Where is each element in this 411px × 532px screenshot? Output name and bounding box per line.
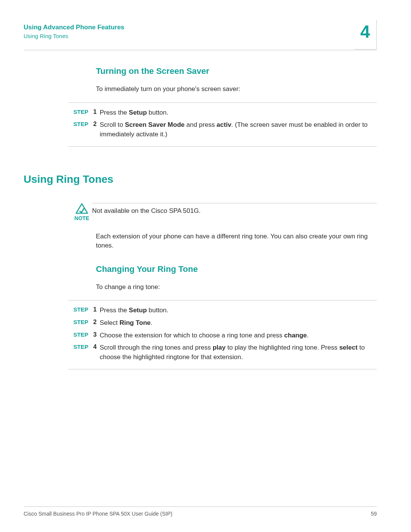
step-number: 2 bbox=[90, 318, 97, 326]
page-number: 59 bbox=[371, 511, 377, 517]
page-footer: Cisco Small Business Pro IP Phone SPA 50… bbox=[24, 506, 377, 517]
page-header: Using Advanced Phone Features Using Ring… bbox=[24, 24, 377, 39]
step-row: STEP 2 Select Ring Tone. bbox=[96, 318, 377, 328]
step-text: Press the Setup button. bbox=[100, 108, 377, 118]
section-ring-tones-body: NOTE Not available on the Cisco SPA 501G… bbox=[24, 203, 377, 369]
note-divider bbox=[92, 203, 377, 203]
step-number: 3 bbox=[90, 331, 97, 338]
step-row: STEP 3 Choose the extension for which to… bbox=[96, 331, 377, 340]
step-text: Scroll to Screen Saver Mode and press ac… bbox=[100, 120, 377, 139]
section-ring-tones: Using Ring Tones bbox=[24, 173, 377, 185]
section-heading: Changing Your Ring Tone bbox=[96, 264, 377, 274]
chapter-number-box: 4 bbox=[354, 20, 377, 50]
step-list: STEP 1 Press the Setup button. STEP 2 Sc… bbox=[96, 102, 377, 147]
step-label: STEP bbox=[68, 306, 90, 313]
footer-row: Cisco Small Business Pro IP Phone SPA 50… bbox=[24, 511, 377, 517]
section-screen-saver: Turning on the Screen Saver To immediate… bbox=[24, 66, 377, 147]
step-divider bbox=[68, 300, 377, 300]
step-number: 1 bbox=[90, 306, 97, 313]
header-divider bbox=[24, 50, 377, 50]
section-intro: To immediately turn on your phone's scre… bbox=[96, 85, 377, 94]
step-number: 2 bbox=[90, 120, 97, 128]
header-title: Using Advanced Phone Features bbox=[24, 24, 377, 31]
note-left: NOTE bbox=[72, 203, 92, 221]
note-text: Not available on the Cisco SPA 501G. bbox=[92, 206, 377, 216]
note-block: NOTE Not available on the Cisco SPA 501G… bbox=[96, 203, 377, 221]
section-heading: Turning on the Screen Saver bbox=[96, 66, 377, 76]
step-row: STEP 2 Scroll to Screen Saver Mode and p… bbox=[96, 120, 377, 139]
note-right: Not available on the Cisco SPA 501G. bbox=[92, 203, 377, 216]
step-label: STEP bbox=[68, 343, 90, 350]
section-body-text: Each extension of your phone can have a … bbox=[96, 232, 377, 251]
note-label: NOTE bbox=[72, 215, 92, 221]
chapter-number: 4 bbox=[354, 20, 376, 43]
section-intro: To change a ring tone: bbox=[96, 283, 377, 292]
step-text: Select Ring Tone. bbox=[100, 318, 377, 328]
step-row: STEP 4 Scroll through the ring tones and… bbox=[96, 343, 377, 362]
document-page: Using Advanced Phone Features Using Ring… bbox=[0, 0, 411, 532]
header-subtitle: Using Ring Tones bbox=[24, 33, 377, 39]
step-list: STEP 1 Press the Setup button. STEP 2 Se… bbox=[96, 300, 377, 369]
step-label: STEP bbox=[68, 331, 90, 338]
step-text: Press the Setup button. bbox=[100, 306, 377, 315]
step-row: STEP 1 Press the Setup button. bbox=[96, 306, 377, 315]
step-number: 4 bbox=[90, 343, 97, 350]
step-text: Scroll through the ring tones and press … bbox=[100, 343, 377, 362]
section-heading-major: Using Ring Tones bbox=[24, 173, 377, 185]
step-number: 1 bbox=[90, 108, 97, 115]
step-divider bbox=[68, 102, 377, 103]
step-divider bbox=[68, 146, 377, 147]
step-divider bbox=[68, 369, 377, 369]
step-label: STEP bbox=[68, 108, 90, 115]
footer-title: Cisco Small Business Pro IP Phone SPA 50… bbox=[24, 511, 172, 517]
step-row: STEP 1 Press the Setup button. bbox=[96, 108, 377, 118]
footer-divider bbox=[24, 506, 377, 507]
step-label: STEP bbox=[68, 318, 90, 325]
step-text: Choose the extension for which to choose… bbox=[100, 331, 377, 340]
note-icon bbox=[72, 203, 92, 214]
step-label: STEP bbox=[68, 120, 90, 127]
